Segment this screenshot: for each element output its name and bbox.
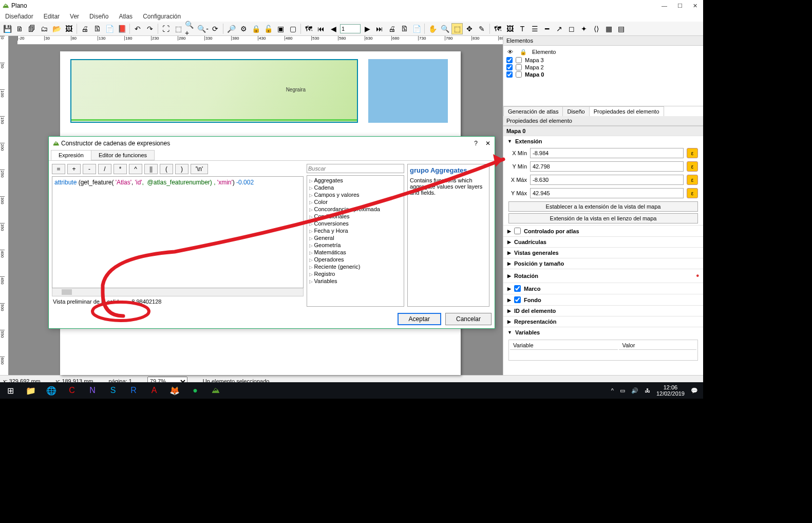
tree-item[interactable]: Reciente (generic) <box>308 263 403 270</box>
atlas-print-icon[interactable]: 🖨 <box>386 23 398 34</box>
xmax-input[interactable] <box>530 175 684 185</box>
menu-disenador[interactable]: Diseñador <box>0 13 39 20</box>
pan-icon[interactable]: ✋ <box>427 23 438 34</box>
variables-table[interactable]: VariableValor <box>508 340 698 361</box>
section-frame[interactable]: ▶Marco <box>503 283 703 294</box>
set-canvas-extent-button[interactable]: Extensión de la vista en el lienzo del m… <box>508 213 698 223</box>
app-onenote[interactable]: N <box>82 382 103 399</box>
add-image-icon[interactable]: 🖼 <box>504 23 516 34</box>
frame-checkbox[interactable] <box>514 285 521 292</box>
tree-item[interactable]: Operadores <box>308 256 403 263</box>
app-cleaner[interactable]: C <box>62 382 82 399</box>
function-tree[interactable]: AggregatesCadenaCampos y valoresColorCon… <box>307 175 404 307</box>
section-overviews[interactable]: ▶Vistas generales <box>503 248 703 258</box>
ymax-input[interactable] <box>530 188 684 198</box>
atlas-export-pdf-icon[interactable]: 📄 <box>411 23 422 34</box>
atlas-settings-icon[interactable]: ⚙ <box>238 23 249 34</box>
op-pow[interactable]: ^ <box>129 164 142 174</box>
app-qgis[interactable]: ⛰ <box>205 382 226 399</box>
atlas-export-image-icon[interactable]: 🖻 <box>399 23 410 34</box>
elements-list[interactable]: 👁 🔒 Elemento Mapa 3 Mapa 2 Mapa 0 <box>503 46 703 80</box>
zoom-full-icon[interactable]: ⛶ <box>160 23 172 34</box>
add-label-icon[interactable]: T <box>517 23 528 34</box>
tray-battery-icon[interactable]: ▭ <box>620 387 625 394</box>
minimize-button[interactable]: ― <box>662 3 667 9</box>
xmin-expr-button[interactable]: ε <box>687 148 698 158</box>
op-mul[interactable]: * <box>114 164 127 174</box>
element-row-mapa3[interactable]: Mapa 3 <box>506 57 700 64</box>
op-lparen[interactable]: ( <box>160 164 173 174</box>
section-variables[interactable]: ▼Variables <box>503 327 703 338</box>
app-revit[interactable]: R <box>123 382 144 399</box>
section-pos-size[interactable]: ▶Posición y tamaño <box>503 258 703 269</box>
lock-checkbox[interactable] <box>516 57 522 63</box>
zoom-in-icon[interactable]: 🔍+ <box>185 23 196 34</box>
redo-icon[interactable]: ↷ <box>144 23 156 34</box>
ymin-expr-button[interactable]: ε <box>687 161 698 172</box>
tree-item[interactable]: Registro <box>308 270 403 277</box>
add-table-icon[interactable]: ▦ <box>603 23 614 34</box>
tray-chevron-icon[interactable]: ^ <box>611 387 614 394</box>
add-map-icon[interactable]: 🗺 <box>492 23 503 34</box>
map-item-0[interactable]: Negraira <box>70 59 358 123</box>
xmax-expr-button[interactable]: ε <box>687 175 698 185</box>
ungroup-icon[interactable]: ▢ <box>287 23 298 34</box>
expression-textarea[interactable]: attribute (get_feature( 'Atlas', 'id', @… <box>52 176 304 288</box>
add-shape-icon[interactable]: ◻ <box>566 23 577 34</box>
visibility-checkbox[interactable] <box>506 71 513 78</box>
add-attr-table-icon[interactable]: ▤ <box>615 23 627 34</box>
tree-item[interactable]: Variables <box>308 277 403 285</box>
tree-item[interactable]: Geometría <box>308 241 403 249</box>
select-icon[interactable]: ⬚ <box>451 23 463 34</box>
add-html-icon[interactable]: ⟨⟩ <box>591 23 602 34</box>
tree-item[interactable]: Conversiones <box>308 220 403 227</box>
op-div[interactable]: / <box>98 164 111 174</box>
tree-item[interactable]: Condicionales <box>308 213 403 220</box>
section-atlas-ctrl[interactable]: ▶Controlado por atlas <box>503 226 703 236</box>
zoom-out-icon[interactable]: 🔍- <box>197 23 209 34</box>
tray-network-icon[interactable]: 🖧 <box>645 387 650 394</box>
item-properties-panel[interactable]: Mapa 0 ▼Extensión X Mínε Y Mínε X Máxε Y… <box>503 126 703 375</box>
op-rparen[interactable]: ) <box>175 164 188 174</box>
app-acrobat[interactable]: A <box>144 382 164 399</box>
element-row-mapa2[interactable]: Mapa 2 <box>506 64 700 71</box>
tray-notifications-icon[interactable]: 💬 <box>691 387 698 394</box>
app-edge[interactable]: 🌐 <box>41 382 62 399</box>
map-item-secondary[interactable] <box>368 59 448 123</box>
section-background[interactable]: ▶Fondo <box>503 294 703 305</box>
menu-config[interactable]: Configuración <box>138 13 186 20</box>
refresh-icon[interactable]: ⟳ <box>210 23 221 34</box>
atlas-ctrl-checkbox[interactable] <box>514 228 521 234</box>
atlas-toggle-icon[interactable]: 🗺 <box>303 23 314 34</box>
save-icon[interactable]: 💾 <box>2 23 13 34</box>
op-minus[interactable]: - <box>83 164 96 174</box>
expression-hscroll[interactable] <box>52 288 304 296</box>
edit-nodes-icon[interactable]: ✎ <box>476 23 487 34</box>
start-button[interactable]: ⊞ <box>0 382 21 399</box>
tree-item[interactable]: Campos y valores <box>308 191 403 198</box>
tab-atlas[interactable]: Generación de atlas <box>503 106 563 116</box>
close-button[interactable]: ✕ <box>693 3 697 9</box>
visibility-checkbox[interactable] <box>506 64 513 70</box>
menu-atlas[interactable]: Atlas <box>114 13 138 20</box>
add-scalebar-icon[interactable]: ━ <box>541 23 553 34</box>
help-button[interactable]: ? <box>474 140 478 147</box>
ymax-expr-button[interactable]: ε <box>687 188 698 198</box>
save-image-icon[interactable]: 🖼 <box>63 23 74 34</box>
section-extension[interactable]: ▼Extensión <box>503 136 703 146</box>
lock-checkbox[interactable] <box>516 64 522 70</box>
add-legend-icon[interactable]: ☰ <box>529 23 540 34</box>
lock-checkbox[interactable] <box>516 71 522 78</box>
first-page-icon[interactable]: ⏮ <box>315 23 327 34</box>
duplicate-layout-icon[interactable]: 🗐 <box>26 23 37 34</box>
tree-item[interactable]: Aggregates <box>308 177 403 184</box>
tray-clock[interactable]: 12:06 12/02/2019 <box>656 384 685 397</box>
menu-editar[interactable]: Editar <box>39 13 65 20</box>
section-element-id[interactable]: ▶ID del elemento <box>503 306 703 316</box>
background-checkbox[interactable] <box>514 296 521 303</box>
tray-volume-icon[interactable]: 🔊 <box>631 387 638 394</box>
cancel-button[interactable]: Cancelar <box>445 313 492 325</box>
last-page-icon[interactable]: ⏭ <box>374 23 385 34</box>
op-eq[interactable]: = <box>52 164 65 174</box>
xmin-input[interactable] <box>530 148 684 158</box>
